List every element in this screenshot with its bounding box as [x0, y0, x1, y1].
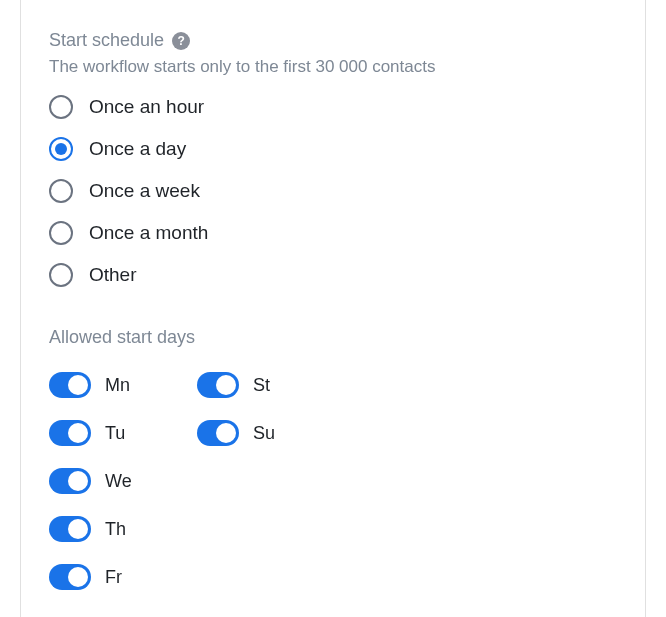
- day-toggle-we: We: [49, 468, 197, 494]
- radio-icon: [49, 179, 73, 203]
- day-toggle-mn: Mn: [49, 372, 197, 398]
- radio-option-daily[interactable]: Once a day: [49, 137, 617, 161]
- toggle-switch[interactable]: [197, 420, 239, 446]
- day-label: We: [105, 471, 132, 492]
- radio-option-hourly[interactable]: Once an hour: [49, 95, 617, 119]
- radio-icon: [49, 263, 73, 287]
- allowed-days-grid: Mn St Tu Su We Th Fr: [49, 372, 617, 590]
- toggle-switch[interactable]: [49, 372, 91, 398]
- day-toggle-th: Th: [49, 516, 197, 542]
- radio-icon: [49, 95, 73, 119]
- day-toggle-su: Su: [197, 420, 345, 446]
- day-label: St: [253, 375, 270, 396]
- radio-label: Once a day: [89, 138, 186, 160]
- radio-option-monthly[interactable]: Once a month: [49, 221, 617, 245]
- schedule-card: Start schedule ? The workflow starts onl…: [20, 0, 646, 617]
- toggle-switch[interactable]: [49, 564, 91, 590]
- schedule-header: Start schedule ?: [49, 30, 617, 51]
- toggle-switch[interactable]: [49, 516, 91, 542]
- day-label: Mn: [105, 375, 130, 396]
- radio-option-other[interactable]: Other: [49, 263, 617, 287]
- day-toggle-st: St: [197, 372, 345, 398]
- toggle-switch[interactable]: [197, 372, 239, 398]
- day-label: Su: [253, 423, 275, 444]
- day-label: Th: [105, 519, 126, 540]
- schedule-radio-group: Once an hour Once a day Once a week Once…: [49, 95, 617, 287]
- radio-icon: [49, 221, 73, 245]
- radio-label: Once a month: [89, 222, 208, 244]
- radio-icon: [49, 137, 73, 161]
- schedule-title: Start schedule: [49, 30, 164, 51]
- schedule-subtitle: The workflow starts only to the first 30…: [49, 57, 617, 77]
- radio-label: Once a week: [89, 180, 200, 202]
- day-label: Tu: [105, 423, 125, 444]
- toggle-switch[interactable]: [49, 468, 91, 494]
- day-toggle-fr: Fr: [49, 564, 197, 590]
- help-icon[interactable]: ?: [172, 32, 190, 50]
- toggle-switch[interactable]: [49, 420, 91, 446]
- day-label: Fr: [105, 567, 122, 588]
- radio-label: Once an hour: [89, 96, 204, 118]
- allowed-days-title: Allowed start days: [49, 327, 617, 348]
- day-toggle-tu: Tu: [49, 420, 197, 446]
- radio-label: Other: [89, 264, 137, 286]
- radio-option-weekly[interactable]: Once a week: [49, 179, 617, 203]
